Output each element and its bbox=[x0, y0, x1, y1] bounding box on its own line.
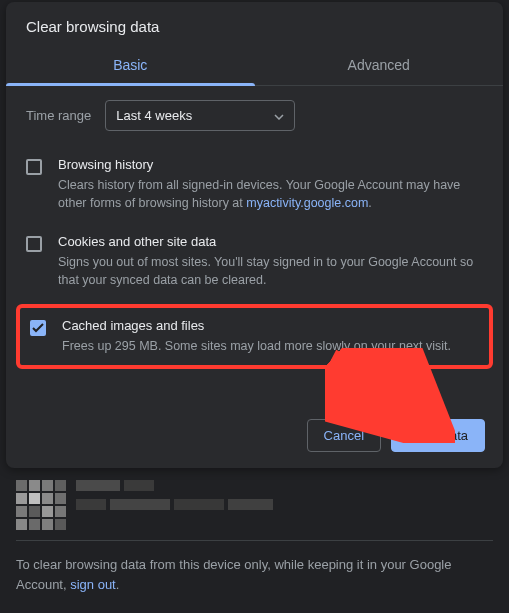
cancel-button[interactable]: Cancel bbox=[307, 419, 381, 452]
time-range-row: Time range Last 4 weeks bbox=[26, 100, 483, 131]
time-range-value: Last 4 weeks bbox=[116, 108, 192, 123]
clear-browsing-data-dialog: Clear browsing data Basic Advanced Time … bbox=[6, 2, 503, 468]
option-text: Cookies and other site data Signs you ou… bbox=[58, 234, 483, 289]
option-text: Browsing history Clears history from all… bbox=[58, 157, 483, 212]
sign-out-link[interactable]: sign out bbox=[70, 577, 116, 592]
tab-advanced[interactable]: Advanced bbox=[255, 47, 504, 85]
divider bbox=[16, 540, 493, 541]
option-title: Cookies and other site data bbox=[58, 234, 483, 249]
option-title: Browsing history bbox=[58, 157, 483, 172]
option-description: Clears history from all signed-in device… bbox=[58, 176, 483, 212]
option-title: Cached images and files bbox=[62, 318, 479, 333]
option-cookies[interactable]: Cookies and other site data Signs you ou… bbox=[26, 226, 483, 303]
tab-bar: Basic Advanced bbox=[6, 47, 503, 86]
footer-note: To clear browsing data from this device … bbox=[16, 555, 493, 595]
option-browsing-history[interactable]: Browsing history Clears history from all… bbox=[26, 149, 483, 226]
option-text: Cached images and files Frees up 295 MB.… bbox=[62, 318, 479, 355]
checkbox-cookies[interactable] bbox=[26, 236, 42, 252]
dialog-footer: Cancel Clear data bbox=[6, 405, 503, 468]
background-area: To clear browsing data from this device … bbox=[0, 468, 509, 595]
chevron-down-icon bbox=[274, 108, 284, 123]
clear-data-button[interactable]: Clear data bbox=[391, 419, 485, 452]
dialog-body: Time range Last 4 weeks Browsing history… bbox=[6, 86, 503, 405]
option-description: Frees up 295 MB. Some sites may load mor… bbox=[62, 337, 479, 355]
redacted-avatar-area bbox=[16, 480, 493, 530]
checkbox-cached-images[interactable] bbox=[30, 320, 46, 336]
option-description: Signs you out of most sites. You'll stay… bbox=[58, 253, 483, 289]
checkbox-browsing-history[interactable] bbox=[26, 159, 42, 175]
highlight-box: Cached images and files Frees up 295 MB.… bbox=[16, 304, 493, 369]
option-cached-images[interactable]: Cached images and files Frees up 295 MB.… bbox=[26, 314, 483, 359]
time-range-label: Time range bbox=[26, 108, 91, 123]
time-range-select[interactable]: Last 4 weeks bbox=[105, 100, 295, 131]
myactivity-link[interactable]: myactivity.google.com bbox=[246, 196, 368, 210]
dialog-title: Clear browsing data bbox=[6, 2, 503, 47]
tab-basic[interactable]: Basic bbox=[6, 47, 255, 85]
